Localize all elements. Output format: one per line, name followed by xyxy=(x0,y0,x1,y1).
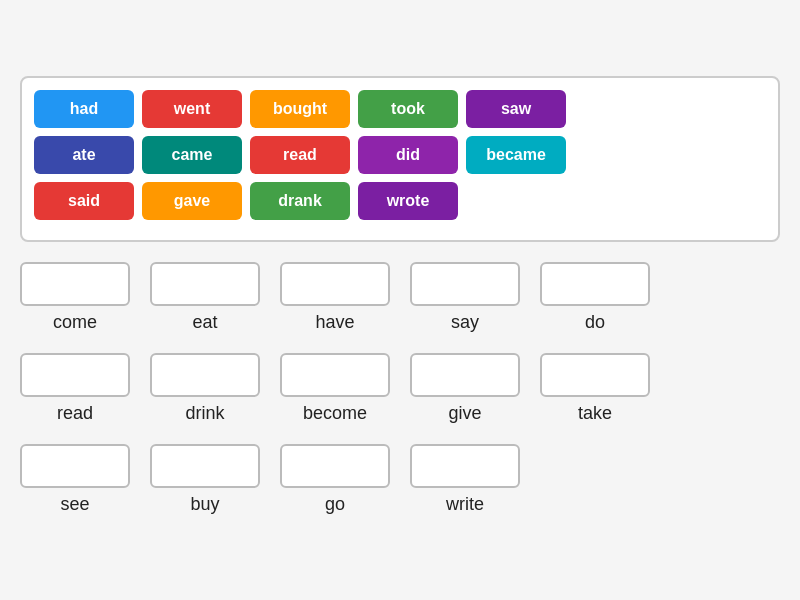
drop-item-have: have xyxy=(280,262,390,333)
page: had went bought took saw ate came read d… xyxy=(10,66,790,535)
drop-box-come[interactable] xyxy=(20,262,130,306)
drop-box-have[interactable] xyxy=(280,262,390,306)
drop-box-read[interactable] xyxy=(20,353,130,397)
drop-label-eat: eat xyxy=(192,312,217,333)
chip-read[interactable]: read xyxy=(250,136,350,174)
chip-took[interactable]: took xyxy=(358,90,458,128)
drop-item-become: become xyxy=(280,353,390,424)
drop-item-say: say xyxy=(410,262,520,333)
chip-came[interactable]: came xyxy=(142,136,242,174)
drop-item-do: do xyxy=(540,262,650,333)
drop-box-give[interactable] xyxy=(410,353,520,397)
drop-label-do: do xyxy=(585,312,605,333)
drop-item-take: take xyxy=(540,353,650,424)
drop-item-drink: drink xyxy=(150,353,260,424)
drop-label-take: take xyxy=(578,403,612,424)
drop-row-2: read drink become give take xyxy=(20,353,780,424)
drop-label-write: write xyxy=(446,494,484,515)
drop-row-3: see buy go write xyxy=(20,444,780,515)
drop-label-come: come xyxy=(53,312,97,333)
drop-box-eat[interactable] xyxy=(150,262,260,306)
drop-box-go[interactable] xyxy=(280,444,390,488)
drop-item-eat: eat xyxy=(150,262,260,333)
drop-item-buy: buy xyxy=(150,444,260,515)
chip-said[interactable]: said xyxy=(34,182,134,220)
chip-bought[interactable]: bought xyxy=(250,90,350,128)
drop-label-say: say xyxy=(451,312,479,333)
drop-label-have: have xyxy=(315,312,354,333)
word-bank-row-1: had went bought took saw xyxy=(34,90,766,128)
drop-label-see: see xyxy=(60,494,89,515)
drop-item-give: give xyxy=(410,353,520,424)
drop-item-see: see xyxy=(20,444,130,515)
drop-box-buy[interactable] xyxy=(150,444,260,488)
word-bank-row-3: said gave drank wrote xyxy=(34,182,766,220)
word-bank-row-2: ate came read did became xyxy=(34,136,766,174)
drop-label-give: give xyxy=(448,403,481,424)
drop-item-write: write xyxy=(410,444,520,515)
drop-item-go: go xyxy=(280,444,390,515)
drop-label-go: go xyxy=(325,494,345,515)
drop-label-buy: buy xyxy=(190,494,219,515)
drop-row-1: come eat have say do xyxy=(20,262,780,333)
drop-box-say[interactable] xyxy=(410,262,520,306)
chip-ate[interactable]: ate xyxy=(34,136,134,174)
drop-box-do[interactable] xyxy=(540,262,650,306)
drop-box-drink[interactable] xyxy=(150,353,260,397)
drop-box-become[interactable] xyxy=(280,353,390,397)
chip-gave[interactable]: gave xyxy=(142,182,242,220)
drop-label-read: read xyxy=(57,403,93,424)
chip-saw[interactable]: saw xyxy=(466,90,566,128)
chip-had[interactable]: had xyxy=(34,90,134,128)
drop-box-take[interactable] xyxy=(540,353,650,397)
chip-did[interactable]: did xyxy=(358,136,458,174)
drop-label-become: become xyxy=(303,403,367,424)
drop-item-come: come xyxy=(20,262,130,333)
drop-label-drink: drink xyxy=(185,403,224,424)
chip-became[interactable]: became xyxy=(466,136,566,174)
drop-box-write[interactable] xyxy=(410,444,520,488)
drop-section: come eat have say do read xyxy=(20,262,780,525)
chip-wrote[interactable]: wrote xyxy=(358,182,458,220)
chip-went[interactable]: went xyxy=(142,90,242,128)
word-bank: had went bought took saw ate came read d… xyxy=(20,76,780,242)
drop-box-see[interactable] xyxy=(20,444,130,488)
drop-item-read: read xyxy=(20,353,130,424)
chip-drank[interactable]: drank xyxy=(250,182,350,220)
